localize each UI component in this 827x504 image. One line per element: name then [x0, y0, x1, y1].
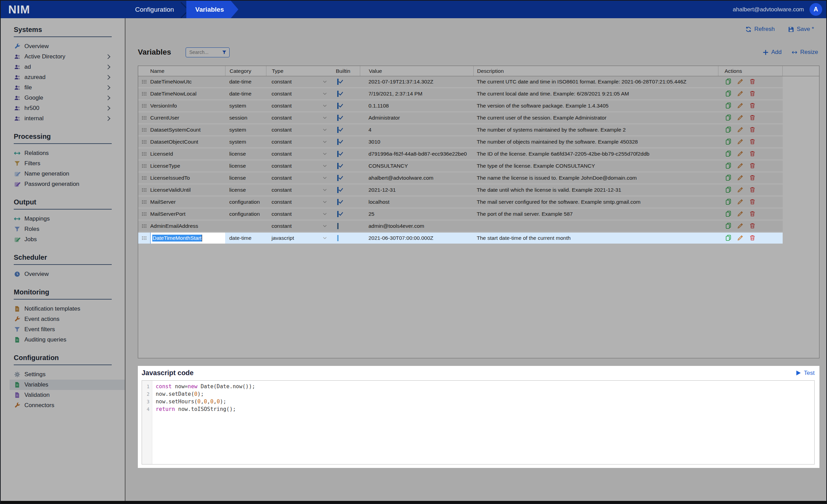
code-content[interactable]: const now=new Date(Date.now());now.setDa…	[152, 381, 255, 464]
app-window: NIM Configuration Variables ahalbert@adv…	[0, 0, 827, 504]
breadcrumb-item-variables[interactable]: Variables	[186, 1, 238, 18]
code-line: return now.toISOString();	[156, 405, 255, 413]
breadcrumb-item-configuration[interactable]: Configuration	[125, 1, 181, 18]
code-line: now.setDate(0);	[156, 390, 255, 398]
variable-name: DateTimeMonthStart	[150, 233, 225, 244]
topbar: NIM Configuration Variables ahalbert@adv…	[1, 1, 826, 18]
user-email: ahalbert@advtoolware.com	[733, 6, 804, 13]
test-button[interactable]: Test	[795, 370, 815, 377]
variable-value: 2021-06-30T07:00:00.000Z	[360, 235, 473, 241]
line-number: 2	[142, 390, 152, 398]
builtin-checkbox[interactable]	[337, 235, 339, 241]
chevron-down-icon	[323, 237, 327, 239]
drag-handle-icon[interactable]	[142, 236, 147, 240]
line-number: 4	[142, 405, 152, 413]
variable-name-input[interactable]: DateTimeMonthStart	[150, 233, 225, 244]
variable-type-label: javascript	[272, 235, 294, 241]
copy-button[interactable]	[725, 234, 732, 242]
topbar-user-area: ahalbert@advtoolware.com A	[733, 1, 822, 18]
builtin-cell	[336, 235, 360, 241]
delete-button[interactable]	[749, 234, 756, 242]
text-caret	[202, 235, 202, 242]
app-logo: NIM	[8, 3, 30, 16]
avatar[interactable]: A	[809, 3, 822, 16]
line-number: 1	[142, 383, 152, 390]
test-label: Test	[804, 370, 815, 377]
variable-description: The start date-time of the current month	[473, 235, 718, 241]
window-edge	[1, 501, 826, 503]
edit-button[interactable]	[737, 234, 744, 242]
row-actions	[718, 234, 783, 242]
code-line: now.setHours(0,0,0,0);	[156, 398, 255, 405]
code-line: const now=new Date(Date.now());	[156, 383, 255, 390]
line-number-gutter: 1234	[142, 381, 152, 464]
table-row[interactable]: DateTimeMonthStartdate-timejavascript202…	[138, 233, 783, 244]
javascript-panel-header: Javascript code Test	[138, 366, 819, 377]
variable-category: date-time	[225, 235, 266, 241]
line-number: 3	[142, 398, 152, 405]
pencil-icon	[737, 234, 744, 242]
variable-type-select[interactable]: javascript	[266, 235, 336, 241]
play-icon	[795, 370, 802, 376]
javascript-panel-title: Javascript code	[142, 369, 194, 377]
trash-icon	[749, 234, 756, 242]
selected-text: DateTimeMonthStart	[152, 235, 202, 242]
breadcrumb: Configuration Variables	[125, 1, 238, 18]
code-editor[interactable]: 1234 const now=new Date(Date.now());now.…	[142, 380, 815, 464]
copy-icon	[725, 234, 732, 242]
javascript-code-panel: Javascript code Test 1234 const now=new …	[138, 366, 819, 468]
drag-handle-cell	[138, 236, 150, 240]
